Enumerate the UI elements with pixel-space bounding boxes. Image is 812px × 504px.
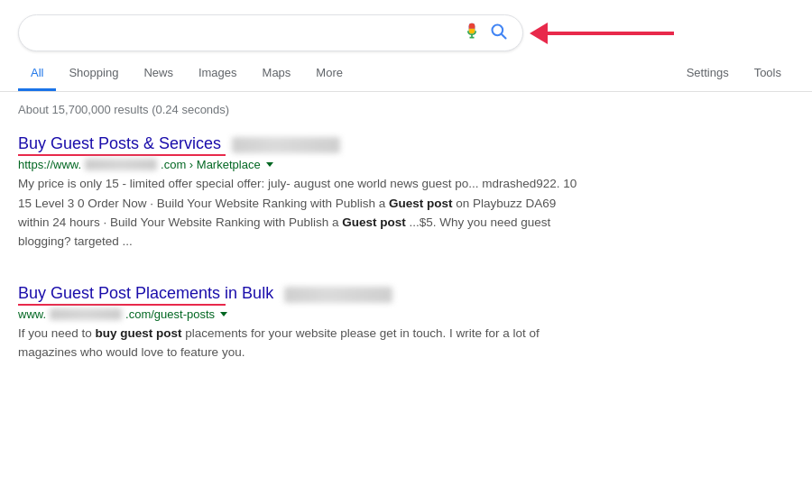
result-favicon-blurred (284, 287, 392, 303)
tab-images[interactable]: Images (186, 57, 250, 91)
search-input[interactable]: buy guest posts (33, 25, 456, 41)
nav-tabs: All Shopping News Images Maps More Setti… (0, 51, 812, 92)
result-url-blurred (85, 159, 157, 170)
result-url-blurred (50, 308, 122, 320)
search-icons (463, 23, 508, 43)
search-header: buy guest posts (0, 0, 812, 51)
tab-shopping[interactable]: Shopping (56, 57, 131, 91)
tab-all[interactable]: All (18, 57, 56, 91)
result-title-underline (18, 304, 226, 306)
nav-right: Settings Tools (674, 57, 794, 91)
tab-maps[interactable]: Maps (250, 57, 304, 91)
annotation-arrow (531, 23, 674, 44)
search-button[interactable] (490, 23, 508, 43)
tab-news[interactable]: News (131, 57, 186, 91)
result-url-prefix: https://www. (18, 158, 81, 171)
url-dropdown-icon[interactable] (266, 162, 273, 167)
result-url-suffix: .com/guest-posts (125, 307, 215, 321)
result-title-line: Buy Guest Posts & Services (18, 134, 577, 153)
svg-line-1 (502, 34, 506, 39)
result-title-link[interactable]: Buy Guest Posts & Services (18, 134, 221, 152)
result-favicon-blurred (232, 137, 340, 153)
result-title-underline (18, 154, 226, 156)
result-url-suffix: .com › Marketplace (161, 158, 261, 171)
result-url-line: https://www. .com › Marketplace (18, 158, 577, 171)
result-item: Buy Guest Posts & Services https://www. … (0, 122, 595, 257)
result-description: If you need to buy guest post placements… (18, 324, 577, 362)
result-divider (0, 257, 812, 271)
mic-icon[interactable] (463, 23, 481, 43)
results-count: About 15,700,000 results (0.24 seconds) (0, 92, 812, 122)
tab-tools[interactable]: Tools (742, 57, 794, 91)
search-box[interactable]: buy guest posts (18, 14, 523, 51)
url-dropdown-icon[interactable] (220, 312, 227, 316)
result-title-link[interactable]: Buy Guest Post Placements in Bulk (18, 284, 273, 302)
result-description: My price is only 15 - limited offer spec… (18, 174, 577, 251)
result-url-prefix: www. (18, 307, 46, 321)
result-item: Buy Guest Post Placements in Bulk www. .… (0, 271, 595, 368)
result-title-line: Buy Guest Post Placements in Bulk (18, 284, 577, 303)
page-container: buy guest posts (0, 0, 812, 504)
tab-settings[interactable]: Settings (674, 57, 742, 91)
result-url-line: www. .com/guest-posts (18, 307, 577, 321)
tab-more[interactable]: More (303, 57, 355, 91)
